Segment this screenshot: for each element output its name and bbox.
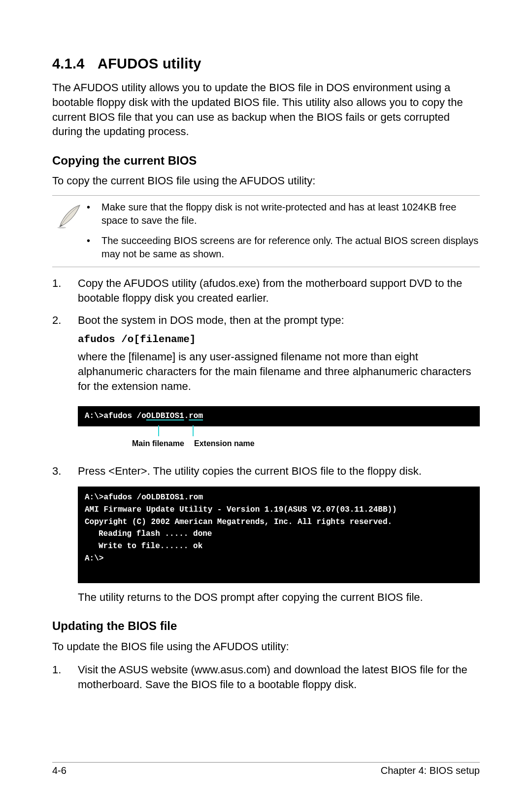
section-heading: 4.1.4AFUDOS utility: [52, 54, 480, 73]
step-2-text-a: Boot the system in DOS mode, then at the…: [78, 313, 480, 328]
note-box: • Make sure that the floppy disk is not …: [52, 195, 480, 267]
term2-l6: A:\>: [85, 554, 103, 563]
term2-l5: Write to file...... ok: [85, 540, 202, 553]
footer-rule: [52, 762, 480, 763]
document-page: 4.1.4AFUDOS utility The AFUDOS utility a…: [0, 0, 532, 802]
term1-ext: rom: [189, 412, 203, 420]
term1-main: OLDBIOS1: [146, 412, 184, 420]
page-footer: 4-6 Chapter 4: BIOS setup: [52, 764, 480, 777]
footer-page-number: 4-6: [52, 764, 66, 777]
subheading-copying: Copying the current BIOS: [52, 153, 480, 169]
term1-dot: .: [184, 412, 189, 420]
note-bullet-2: The succeeding BIOS screens are for refe…: [101, 234, 480, 261]
note-bullet-1: Make sure that the floppy disk is not wr…: [101, 201, 480, 227]
update-step-1: Visit the ASUS website (www.asus.com) an…: [78, 663, 480, 692]
terminal-box-2: A:\>afudos /oOLDBIOS1.rom AMI Firmware U…: [78, 487, 480, 583]
bullet-dot: •: [87, 234, 101, 261]
footer-chapter: Chapter 4: BIOS setup: [381, 764, 480, 777]
ordered-list-copying-cont: 3. Press <Enter>. The utility copies the…: [52, 464, 480, 479]
callout-line-ext: [193, 425, 194, 436]
note-body: • Make sure that the floppy disk is not …: [87, 201, 480, 261]
callout-line-main: [158, 425, 159, 436]
step-number: 1.: [52, 276, 78, 305]
section-number: 4.1.4: [52, 54, 98, 73]
terminal-callout: Main filename Extension name: [78, 430, 480, 455]
step-number: 3.: [52, 464, 78, 479]
step-3-text: Press <Enter>. The utility copies the cu…: [78, 464, 480, 479]
intro-paragraph: The AFUDOS utility allows you to update …: [52, 80, 480, 139]
terminal-box-1: A:\>afudos /oOLDBIOS1.rom: [78, 406, 480, 426]
bullet-dot: •: [87, 201, 101, 227]
feather-note-icon: [52, 201, 87, 261]
step-number: 2.: [52, 313, 78, 398]
svg-point-0: [58, 227, 66, 229]
step-2-code: afudos /o[filename]: [78, 333, 480, 347]
term2-l3: Copyright (C) 2002 American Megatrends, …: [85, 518, 392, 526]
ordered-list-copying: 1. Copy the AFUDOS utility (afudos.exe) …: [52, 276, 480, 398]
step-3-after: The utility returns to the DOS prompt af…: [78, 590, 480, 605]
section-title: AFUDOS utility: [98, 56, 201, 71]
callout-label-ext: Extension name: [194, 438, 255, 449]
sub2-lead: To update the BIOS file using the AFUDOS…: [52, 639, 480, 654]
step-number: 1.: [52, 663, 78, 692]
term2-l2: AMI Firmware Update Utility - Version 1.…: [85, 505, 397, 514]
subheading-updating: Updating the BIOS file: [52, 618, 480, 634]
ordered-list-updating: 1. Visit the ASUS website (www.asus.com)…: [52, 663, 480, 692]
term1-prefix: A:\>afudos /o: [85, 412, 146, 420]
term2-l4: Reading flash ..... done: [85, 528, 212, 540]
term2-l1: A:\>afudos /oOLDBIOS1.rom: [85, 493, 203, 502]
step-2-text-b: where the [filename] is any user-assigne…: [78, 349, 480, 393]
callout-label-main: Main filename: [132, 438, 184, 449]
step-1-text: Copy the AFUDOS utility (afudos.exe) fro…: [78, 276, 480, 305]
sub1-lead: To copy the current BIOS file using the …: [52, 174, 480, 188]
